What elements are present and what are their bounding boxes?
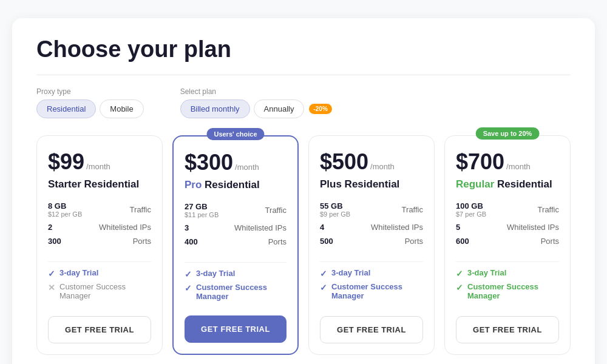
specs-starter: 8 GB $12 per GB Traffic 2 Whitelisted IP… [48, 199, 151, 248]
csm-feature-plus: ✓ Customer Success Manager [320, 282, 423, 300]
whitelisted-label-pro: Whitelisted IPs [225, 221, 287, 235]
ports-plus: 500 [320, 234, 358, 248]
plans-grid: $99 /month Starter Residential 8 GB $12 … [36, 135, 571, 355]
csm-feature-regular: ✓ Customer Success Manager [456, 282, 559, 300]
select-plan-filter: Select plan Billed monthly Annually -20% [180, 87, 332, 118]
cta-starter[interactable]: GET FREE TRIAL [48, 316, 151, 343]
ports-pro: 400 [185, 235, 225, 249]
gb-regular: 100 GB $7 per GB [456, 199, 494, 220]
select-plan-options: Billed monthly Annually -20% [180, 99, 332, 118]
ports-starter: 300 [48, 234, 89, 248]
divider [36, 75, 571, 75]
price-row-starter: $99 /month [48, 149, 151, 175]
gb-plus: 55 GB $9 per GB [320, 199, 358, 220]
features-regular: ✓ 3-day Trial ✓ Customer Success Manager [456, 268, 559, 305]
whitelisted-starter: 2 [48, 220, 89, 234]
plan-card-pro: Users' choice $300 /month Pro Residentia… [172, 135, 299, 355]
check-icon-regular-trial: ✓ [456, 269, 463, 278]
check-icon-starter-trial: ✓ [48, 269, 55, 278]
price-starter: $99 [48, 149, 84, 175]
proxy-type-filter: Proxy type Residential Mobile [36, 87, 144, 118]
csm-feature-pro: ✓ Customer Success Manager [185, 283, 287, 301]
cta-plus[interactable]: GET FREE TRIAL [320, 316, 423, 343]
traffic-label-regular: Traffic [494, 199, 559, 220]
trial-label-plus: 3-day Trial [331, 268, 370, 277]
csm-feature-starter: ✕ Customer Success Manager [48, 282, 151, 300]
trial-feature-plus: ✓ 3-day Trial [320, 268, 423, 278]
plan-name-pro: Pro Residential [185, 179, 287, 191]
plan-name-starter: Starter Residential [48, 178, 151, 190]
trial-feature-pro: ✓ 3-day Trial [185, 269, 287, 279]
plan-name-regular: Regular Residential [456, 178, 559, 190]
whitelisted-label-regular: Whitelisted IPs [494, 220, 559, 234]
filters-row: Proxy type Residential Mobile Select pla… [36, 87, 571, 118]
whitelisted-label-starter: Whitelisted IPs [89, 220, 151, 234]
period-starter: /month [86, 162, 110, 171]
discount-badge: -20% [309, 104, 331, 114]
check-icon-plus-csm: ✓ [320, 283, 327, 292]
plan-card-regular: Save up to 20% $700 /month Regular Resid… [444, 135, 571, 355]
price-plus: $500 [320, 149, 368, 175]
badge-pro: Users' choice [206, 128, 264, 140]
cta-regular[interactable]: GET FREE TRIAL [456, 316, 559, 343]
plan-name-plus: Plus Residential [320, 178, 423, 190]
features-starter: ✓ 3-day Trial ✕ Customer Success Manager [48, 268, 151, 305]
features-pro: ✓ 3-day Trial ✓ Customer Success Manager [185, 269, 287, 305]
proxy-type-label: Proxy type [36, 87, 144, 96]
select-plan-label: Select plan [180, 87, 332, 96]
csm-label-starter: Customer Success Manager [59, 282, 151, 300]
main-container: Choose your plan Proxy type Residential … [12, 18, 595, 364]
plan-card-starter: $99 /month Starter Residential 8 GB $12 … [36, 135, 163, 355]
cta-pro[interactable]: GET FREE TRIAL [185, 315, 287, 343]
proxy-mobile-btn[interactable]: Mobile [100, 99, 143, 118]
whitelisted-label-plus: Whitelisted IPs [358, 220, 423, 234]
price-row-plus: $500 /month [320, 149, 423, 175]
badge-regular: Save up to 20% [476, 127, 540, 140]
period-plus: /month [370, 162, 395, 171]
page-title: Choose your plan [36, 36, 571, 62]
plan-name-regular-highlight: Regular [456, 178, 494, 190]
check-icon-plus-trial: ✓ [320, 269, 327, 278]
ports-label-plus: Ports [358, 234, 423, 248]
gb-pro: 27 GB $11 per GB [185, 200, 225, 221]
x-icon-starter-csm: ✕ [48, 283, 55, 292]
billed-monthly-btn[interactable]: Billed monthly [180, 99, 250, 118]
plan-name-pro-highlight: Pro [185, 179, 202, 190]
specs-regular: 100 GB $7 per GB Traffic 5 Whitelisted I… [456, 199, 559, 248]
specs-pro: 27 GB $11 per GB Traffic 3 Whitelisted I… [185, 200, 287, 249]
proxy-type-options: Residential Mobile [36, 99, 144, 118]
specs-plus: 55 GB $9 per GB Traffic 4 Whitelisted IP… [320, 199, 423, 248]
whitelisted-regular: 5 [456, 220, 494, 234]
period-regular: /month [506, 162, 531, 171]
whitelisted-pro: 3 [185, 221, 225, 235]
check-icon-regular-csm: ✓ [456, 283, 463, 292]
csm-label-plus: Customer Success Manager [331, 282, 423, 300]
trial-label-regular: 3-day Trial [467, 268, 506, 277]
features-plus: ✓ 3-day Trial ✓ Customer Success Manager [320, 268, 423, 305]
price-row-regular: $700 /month [456, 149, 559, 175]
price-pro: $300 [185, 150, 233, 175]
plan-card-plus: $500 /month Plus Residential 55 GB $9 pe… [308, 135, 435, 355]
ports-regular: 600 [456, 234, 494, 248]
ports-label-starter: Ports [89, 234, 151, 248]
period-pro: /month [235, 163, 259, 172]
trial-feature-regular: ✓ 3-day Trial [456, 268, 559, 278]
check-icon-pro-trial: ✓ [185, 269, 192, 279]
trial-label-starter: 3-day Trial [59, 268, 98, 277]
trial-label-pro: 3-day Trial [196, 269, 235, 278]
traffic-label-pro: Traffic [225, 200, 287, 221]
price-regular: $700 [456, 149, 504, 175]
gb-starter: 8 GB $12 per GB [48, 199, 89, 220]
check-icon-pro-csm: ✓ [185, 283, 192, 293]
proxy-residential-btn[interactable]: Residential [36, 99, 96, 118]
annually-btn[interactable]: Annually [254, 99, 305, 118]
ports-label-regular: Ports [494, 234, 559, 248]
whitelisted-plus: 4 [320, 220, 358, 234]
price-row-pro: $300 /month [185, 150, 287, 175]
trial-feature-starter: ✓ 3-day Trial [48, 268, 151, 278]
ports-label-pro: Ports [225, 235, 287, 249]
traffic-label-starter: Traffic [89, 199, 151, 220]
csm-label-pro: Customer Success Manager [196, 283, 287, 301]
traffic-label-plus: Traffic [358, 199, 423, 220]
csm-label-regular: Customer Success Manager [467, 282, 559, 300]
